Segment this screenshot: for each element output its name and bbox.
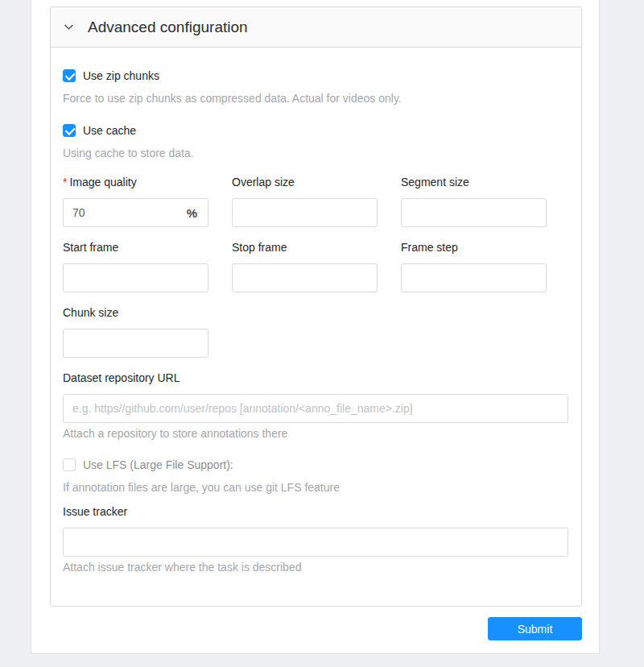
image-quality-input[interactable] xyxy=(64,199,187,226)
use-cache-label: Use cache xyxy=(83,124,136,137)
submit-row: Submit xyxy=(50,617,582,640)
dataset-repository-field: Dataset repository URL xyxy=(63,371,568,423)
issue-tracker-field: Issue tracker xyxy=(63,505,568,557)
advanced-configuration-header[interactable]: Advanced configuration xyxy=(51,7,581,48)
chunk-size-label: Chunk size xyxy=(63,306,208,319)
start-frame-field: Start frame xyxy=(63,241,208,292)
chunk-size-field: Chunk size xyxy=(63,306,208,358)
chunk-size-input[interactable] xyxy=(63,329,208,358)
create-task-card: Advanced configuration Use zip chunks Fo… xyxy=(31,0,600,654)
image-quality-label-text: Image quality xyxy=(69,176,136,188)
segment-size-field: Segment size xyxy=(401,176,547,227)
checkbox-checked-icon xyxy=(63,124,76,137)
frame-step-field: Frame step xyxy=(401,241,547,292)
chevron-down-icon xyxy=(64,22,75,32)
dataset-repository-help-text: Attach a repository to store annotations… xyxy=(63,427,568,440)
zip-chunks-help-text: Force to use zip chunks as compressed da… xyxy=(63,92,568,105)
stop-frame-field: Stop frame xyxy=(232,241,378,292)
dataset-repository-input[interactable] xyxy=(63,394,568,423)
advanced-configuration-panel: Advanced configuration Use zip chunks Fo… xyxy=(50,6,582,607)
use-zip-chunks-label: Use zip chunks xyxy=(83,69,159,82)
form-row-frames: Start frame Stop frame Frame step xyxy=(63,241,568,292)
stop-frame-input[interactable] xyxy=(232,263,378,292)
start-frame-label: Start frame xyxy=(63,241,208,254)
frame-step-input[interactable] xyxy=(401,263,547,292)
overlap-size-input[interactable] xyxy=(232,198,378,227)
percent-suffix: % xyxy=(187,206,208,220)
use-lfs-label: Use LFS (Large File Support): xyxy=(83,458,233,471)
use-zip-chunks-checkbox[interactable]: Use zip chunks xyxy=(63,69,159,82)
issue-tracker-label: Issue tracker xyxy=(63,505,568,518)
image-quality-input-wrapper: % xyxy=(63,198,208,227)
use-cache-help-text: Using cache to store data. xyxy=(63,147,568,160)
segment-size-label: Segment size xyxy=(401,176,547,188)
image-quality-field: *Image quality % xyxy=(63,176,208,227)
panel-title: Advanced configuration xyxy=(88,17,248,37)
overlap-size-label: Overlap size xyxy=(232,176,378,188)
checkbox-checked-icon xyxy=(63,69,76,82)
submit-button[interactable]: Submit xyxy=(488,617,582,640)
checkbox-unchecked-icon xyxy=(63,458,76,471)
form-row-quality: *Image quality % Overlap size Segment si… xyxy=(63,176,568,227)
start-frame-input[interactable] xyxy=(63,263,208,292)
dataset-repository-label: Dataset repository URL xyxy=(63,371,568,384)
advanced-configuration-content: Use zip chunks Force to use zip chunks a… xyxy=(51,48,581,606)
issue-tracker-input[interactable] xyxy=(63,528,568,557)
issue-tracker-help-text: Attach issue tracker where the task is d… xyxy=(63,561,568,574)
image-quality-label: *Image quality xyxy=(63,176,208,188)
overlap-size-field: Overlap size xyxy=(232,176,378,227)
required-asterisk: * xyxy=(63,176,67,188)
use-cache-checkbox[interactable]: Use cache xyxy=(63,124,136,137)
stop-frame-label: Stop frame xyxy=(232,241,378,254)
segment-size-input[interactable] xyxy=(401,198,547,227)
use-lfs-help-text: If annotation files are large, you can u… xyxy=(63,481,568,494)
use-lfs-checkbox[interactable]: Use LFS (Large File Support): xyxy=(63,458,233,471)
frame-step-label: Frame step xyxy=(401,241,547,254)
